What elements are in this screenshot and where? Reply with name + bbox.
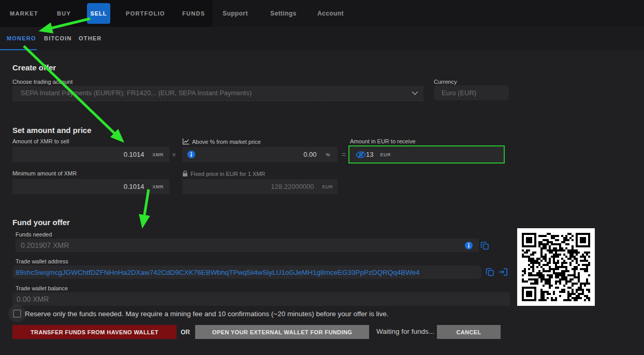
fixed-price-label: Fixed price in EUR for 1 XMR	[182, 170, 265, 177]
transfer-funds-button[interactable]: TRANSFER FUNDS FROM HAVENO WALLET	[12, 325, 177, 339]
nav-market[interactable]: MARKET	[10, 0, 38, 27]
min-amount-suffix: XMR	[153, 184, 164, 189]
nav-account[interactable]: Account	[317, 0, 344, 27]
annotation-arrow-to-fund-offer	[143, 189, 149, 221]
fixed-price-field: 128.22000000 EUR	[182, 179, 338, 194]
external-wallet-button[interactable]: OPEN YOUR EXTERNAL WALLET FOR FUNDING	[195, 325, 369, 339]
amount-input[interactable]: 0.1014 XMR	[12, 147, 169, 162]
info-icon[interactable]	[187, 151, 195, 158]
section-title-amount-price: Set amount and price	[12, 126, 92, 135]
wallet-address-field[interactable]: 89shcSwsjmcgJGWChtfDZFNHnHa2DXaw742CdD9C…	[12, 265, 481, 279]
top-navbar: MARKET BUY SELL PORTFOLIO FUNDS Support …	[0, 0, 644, 27]
nav-buy[interactable]: BUY	[57, 0, 71, 27]
tab-bitcoin[interactable]: BITCOIN	[44, 27, 72, 50]
copy-funds-needed-icon[interactable]	[480, 241, 489, 250]
nav-support[interactable]: Support	[223, 0, 248, 27]
chevron-down-icon	[412, 89, 418, 97]
lock-icon	[182, 170, 188, 177]
pct-value: 0.00	[303, 151, 316, 158]
multiply-sign: ×	[172, 151, 176, 159]
funds-needed-info-icon[interactable]	[465, 242, 473, 249]
create-offer-screen: MARKET BUY SELL PORTFOLIO FUNDS Support …	[0, 0, 644, 355]
eye-slash-icon	[356, 151, 366, 158]
currency-label: Currency	[434, 79, 457, 85]
trading-account-value: SEPA Instant Payments (EUR/FR): FR1420..…	[21, 89, 252, 97]
min-amount-label: Minimum amount of XMR	[12, 170, 77, 176]
nav-portfolio[interactable]: PORTFOLIO	[126, 0, 165, 27]
funds-needed-value: 0.201907 XMR	[21, 241, 69, 249]
receive-input-highlighted[interactable]: 13 EUR	[348, 145, 505, 164]
nav-sell[interactable]: SELL	[87, 3, 110, 24]
min-amount-value: 0.1014	[124, 183, 144, 190]
copy-address-icon[interactable]	[486, 268, 494, 276]
section-title-create-offer: Create offer	[12, 63, 56, 72]
currency-field: Euro (EUR)	[434, 85, 509, 100]
active-tab-underline	[0, 49, 37, 50]
section-title-fund-offer: Fund your offer	[12, 218, 70, 227]
qr-code	[517, 228, 595, 306]
wallet-balance-label: Trade wallet balance	[16, 285, 68, 291]
reserve-funds-checkbox[interactable]	[13, 309, 21, 318]
funding-status-text: Waiting for funds...	[376, 328, 434, 335]
equals-sign: =	[342, 151, 346, 159]
receive-suffix: EUR	[380, 152, 391, 157]
or-label: OR	[181, 329, 190, 336]
currency-value: Euro (EUR)	[442, 89, 476, 97]
receive-value: 13	[366, 151, 373, 158]
market-subtabs: MONERO BITCOIN OTHER	[0, 27, 644, 50]
funds-needed-label: Funds needed	[16, 231, 52, 238]
nav-settings[interactable]: Settings	[270, 0, 297, 27]
wallet-address-value: 89shcSwsjmcgJGWChtfDZFNHnHa2DXaw742CdD9C…	[16, 269, 420, 276]
fixed-price-value: 128.22000000	[271, 183, 314, 190]
nav-funds[interactable]: FUNDS	[182, 0, 205, 27]
cancel-button[interactable]: CANCEL	[437, 325, 501, 339]
min-amount-input[interactable]: 0.1014 XMR	[12, 179, 169, 194]
pct-input[interactable]: 0.00 %	[182, 147, 338, 162]
reserve-checkbox-label: Reserve only the funds needed. May requi…	[25, 310, 389, 318]
wallet-address-label: Trade wallet address	[16, 258, 68, 264]
chart-icon	[182, 138, 189, 145]
fixed-price-suffix: EUR	[322, 184, 333, 189]
amount-label: Amount of XMR to sell	[12, 138, 69, 144]
wallet-balance-field: 0.00 XMR	[12, 292, 510, 306]
dropdown-divider	[12, 100, 423, 101]
wallet-balance-value: 0.00 XMR	[17, 295, 49, 303]
trading-account-select[interactable]: SEPA Instant Payments (EUR/FR): FR1420..…	[12, 86, 423, 100]
receive-label: Amount in EUR to receive	[350, 138, 416, 144]
amount-suffix: XMR	[153, 152, 164, 157]
pct-label: Above % from market price	[182, 138, 261, 145]
amount-value: 0.1014	[124, 151, 144, 158]
funds-needed-field: 0.201907 XMR	[16, 239, 479, 252]
tab-monero[interactable]: MONERO	[7, 27, 36, 50]
trading-account-label: Choose trading account	[12, 79, 72, 85]
send-to-wallet-icon[interactable]	[499, 268, 508, 276]
tab-other[interactable]: OTHER	[79, 27, 102, 50]
pct-suffix: %	[326, 152, 330, 157]
